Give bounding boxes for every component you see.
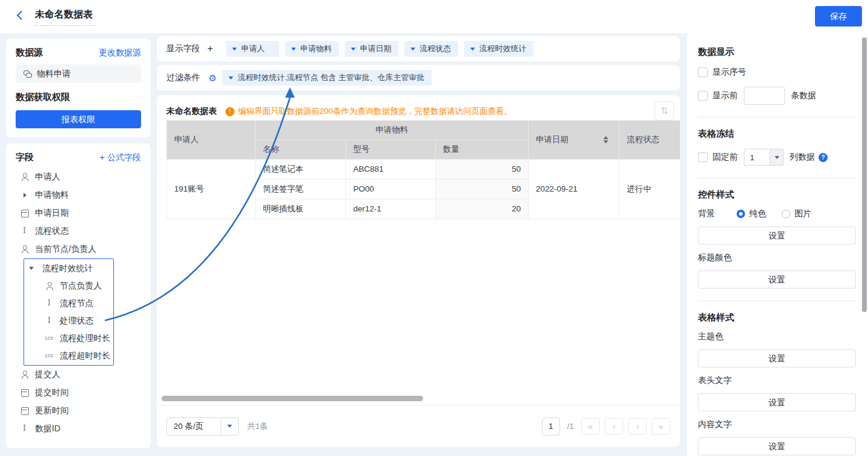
- filter-condition-chip[interactable]: 流程时效统计.流程节点 包含 主管审批、仓库主管审批: [222, 70, 432, 86]
- save-button[interactable]: 保存: [815, 6, 862, 27]
- display-field-chip-applicant[interactable]: 申请人: [226, 41, 279, 57]
- cell-name: 明晰插线板: [256, 199, 346, 219]
- field-item-update-time[interactable]: 更新时间: [16, 402, 141, 420]
- filter-label: 过滤条件: [166, 72, 200, 83]
- display-field-chip-date[interactable]: 申请日期: [345, 41, 398, 57]
- cell-qty: 50: [436, 179, 529, 199]
- field-item-submit-time[interactable]: 提交时间: [16, 384, 141, 402]
- text-icon: [20, 424, 30, 434]
- user-icon: [20, 245, 30, 254]
- display-field-chip-material[interactable]: 申请物料: [285, 41, 339, 57]
- expand-down-icon[interactable]: [27, 264, 37, 273]
- text-icon: [20, 226, 30, 236]
- field-group-flow-stats[interactable]: 流程时效统计: [24, 260, 113, 277]
- field-item-apply-date[interactable]: 申请日期: [16, 204, 141, 222]
- display-field-chip-status[interactable]: 流程状态: [404, 41, 458, 57]
- horizontal-scrollbar[interactable]: [162, 396, 423, 401]
- theme-color-set-button[interactable]: 设置: [698, 349, 856, 367]
- title-color-set-button[interactable]: 设置: [698, 270, 856, 289]
- table-card: 未命名数据表 ! 编辑界面只取数据源前200条作为查询数据预览，完整数据请访问页…: [157, 95, 680, 447]
- table-title: 未命名数据表: [166, 106, 217, 117]
- show-index-checkbox[interactable]: [698, 67, 708, 77]
- cell-applicant: 191账号: [167, 159, 256, 219]
- field-item-applicant[interactable]: 申请人: [16, 168, 141, 186]
- background-set-button[interactable]: 设置: [698, 226, 856, 245]
- datasource-item[interactable]: 物料申请: [16, 64, 141, 83]
- cell-model: der12-1: [346, 199, 436, 219]
- next-page-icon[interactable]: ›: [628, 418, 647, 435]
- total-count: 共1条: [247, 421, 268, 432]
- table-style-heading: 表格样式: [698, 312, 856, 323]
- prev-page-icon[interactable]: ‹: [605, 418, 623, 435]
- chevron-down-icon: [770, 149, 783, 165]
- filter-bar: 过滤条件 ⚙ 流程时效统计.流程节点 包含 主管审批、仓库主管审批: [157, 65, 680, 90]
- last-page-icon[interactable]: »: [652, 418, 670, 435]
- theme-color-label: 主题色: [698, 331, 856, 342]
- field-item-handle-duration[interactable]: 流程处理时长: [24, 330, 113, 347]
- page-size-select[interactable]: 20 条/页: [166, 417, 239, 436]
- question-icon[interactable]: ?: [819, 153, 828, 162]
- widget-style-heading: 控件样式: [698, 189, 856, 201]
- back-icon[interactable]: [17, 12, 24, 19]
- field-item-node-owner[interactable]: 节点负责人: [24, 277, 113, 295]
- radio-solid-color[interactable]: [737, 210, 745, 218]
- header-text-set-button[interactable]: 设置: [698, 393, 856, 411]
- warning-icon: !: [225, 107, 234, 116]
- change-datasource-link[interactable]: 更改数据源: [99, 48, 141, 58]
- user-icon: [20, 370, 30, 379]
- display-field-chip-flow-stats[interactable]: 流程时效统计: [464, 41, 533, 57]
- cell-qty: 20: [436, 199, 529, 219]
- data-display-heading: 数据显示: [698, 46, 856, 58]
- fix-columns-checkbox[interactable]: [698, 152, 708, 162]
- chevron-down-icon: [228, 77, 233, 80]
- gear-icon[interactable]: ⚙: [209, 73, 216, 83]
- field-item-submitter[interactable]: 提交人: [16, 366, 141, 384]
- chevron-down-icon: [232, 48, 237, 51]
- field-item-flow-node[interactable]: 流程节点: [24, 295, 113, 312]
- field-item-handle-status[interactable]: 处理状态: [24, 312, 113, 330]
- radio-image[interactable]: [782, 210, 790, 218]
- page-total: /1: [567, 422, 574, 431]
- show-first-checkbox[interactable]: [698, 91, 708, 101]
- cell-model: PO00: [346, 179, 436, 199]
- fix-columns-select[interactable]: 1: [744, 149, 784, 166]
- sort-icon[interactable]: ⇅: [655, 101, 674, 120]
- field-item-flow-status[interactable]: 流程状态: [16, 222, 141, 240]
- show-first-count-input[interactable]: [744, 87, 785, 105]
- chevron-down-icon: [221, 418, 238, 435]
- divider: [698, 178, 856, 178]
- report-permission-button[interactable]: 报表权限: [16, 110, 141, 128]
- expand-right-icon[interactable]: [20, 190, 30, 200]
- page-number-input[interactable]: [542, 417, 560, 436]
- fix-columns-label: 固定前: [712, 152, 738, 163]
- content-text-set-button[interactable]: 设置: [698, 437, 856, 455]
- field-item-data-id[interactable]: 数据ID: [16, 420, 141, 438]
- add-display-field-button[interactable]: +: [207, 43, 213, 54]
- page-title[interactable]: 未命名数据表: [34, 8, 95, 26]
- column-header-name: 名称: [256, 140, 346, 159]
- field-item-current-node[interactable]: 当前节点/负责人: [16, 240, 141, 258]
- column-header-model: 型号: [346, 140, 436, 159]
- calendar-icon: [20, 406, 30, 416]
- vertical-scrollbar[interactable]: [862, 37, 867, 312]
- field-item-overtime-duration[interactable]: 流程超时时长: [24, 347, 113, 364]
- text-icon: [45, 316, 54, 326]
- background-label: 背景: [698, 208, 737, 219]
- permission-heading: 数据获取权限: [16, 92, 141, 103]
- chevron-down-icon: [351, 48, 356, 51]
- header-text-label: 表头文字: [698, 375, 856, 386]
- field-item-material[interactable]: 申请物料: [16, 186, 141, 204]
- fix-columns-suffix: 列数据: [790, 152, 815, 163]
- chevron-down-icon: [291, 48, 296, 51]
- topbar: 未命名数据表 保存: [0, 0, 868, 33]
- cell-model: ABC881: [346, 159, 436, 179]
- number-icon: [45, 334, 54, 343]
- first-page-icon[interactable]: «: [581, 418, 600, 435]
- column-header-date[interactable]: 申请日期: [529, 120, 620, 159]
- preview-notice: ! 编辑界面只取数据源前200条作为查询数据预览，完整数据请访问页面查看。: [225, 106, 512, 117]
- add-formula-field-link[interactable]: + 公式字段: [99, 152, 141, 163]
- settings-panel: 数据显示 显示序号 显示前 条数据 表格冻结 固定前 1 列数据 ? 控件样式 …: [687, 33, 868, 456]
- fields-card: 字段 + 公式字段 申请人 申请物料 申请日期 流程状态 当前节点/负责人 流程…: [6, 143, 151, 448]
- sort-arrows-icon[interactable]: [603, 136, 608, 143]
- column-header-material-group: 申请物料: [256, 120, 529, 140]
